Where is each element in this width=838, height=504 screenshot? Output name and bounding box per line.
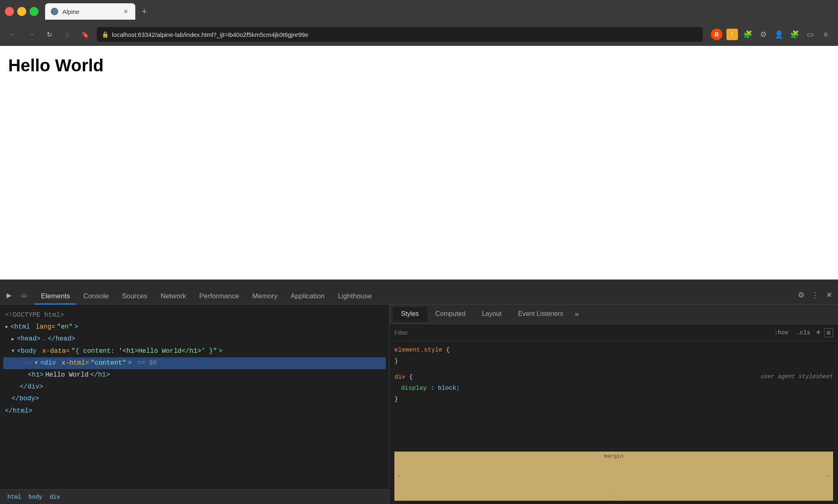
dom-body-close: </body> (3, 393, 386, 405)
tab-elements[interactable]: Elements (34, 289, 77, 304)
extensions-icon[interactable]: 🧩 (742, 29, 754, 40)
body-collapse-triangle[interactable]: ▼ (11, 347, 14, 355)
devtools-tabs: ▶ ▭ Elements Console Sources Network Per… (0, 280, 838, 304)
head-tag: <head> (17, 334, 41, 345)
minimize-traffic-light[interactable] (17, 7, 26, 16)
ellipsis-indicator: ··· (20, 358, 32, 369)
traffic-lights (5, 7, 39, 16)
browser-content: Hello World ▶ ▭ Elements Console Sources… (0, 46, 838, 504)
puzzle-icon[interactable]: 🧩 (789, 29, 800, 40)
filter-actions: :hov .cls + ⊞ (772, 328, 833, 337)
menu-button[interactable]: ≡ (820, 29, 831, 40)
display-property-line: display : block; (394, 383, 833, 394)
forward-button[interactable]: → (25, 28, 38, 41)
open-brace: { (446, 347, 450, 354)
styles-rules-content: element.style { } div { user agent style… (389, 341, 838, 448)
dom-panel: <!DOCTYPE html> ▼ <html lang= "en" > ▶ <… (0, 304, 389, 504)
styles-tabs: Styles Computed Layout Event Listeners » (389, 304, 838, 324)
box-model-margin-label: margin (604, 453, 624, 459)
head-ellipsis: … (42, 334, 46, 345)
selector-text: element.style (394, 347, 442, 354)
devtools-actions: ⚙ ⋮ ✕ (795, 289, 835, 304)
colon: : (430, 385, 438, 392)
browser-window: 🌐 Alpine ✕ + ← → ↻ ⌂ 🔖 🔒 localhost:63342… (0, 0, 838, 504)
close-traffic-light[interactable] (5, 7, 14, 16)
doctype-text: <!DOCTYPE html> (5, 310, 64, 321)
head-expand-triangle[interactable]: ▶ (11, 335, 14, 343)
devtools-more-button[interactable]: ⋮ (809, 289, 821, 301)
div-close-tag: </div> (20, 381, 43, 393)
toolbar-icons: B ! 🧩 ⚙ 👤 🧩 ▭ ≡ (711, 29, 831, 40)
tab-network[interactable]: Network (154, 289, 193, 304)
breadcrumb-html[interactable]: html (5, 493, 24, 501)
h1-tag-close: </h1> (90, 370, 110, 381)
maximize-traffic-light[interactable] (30, 7, 39, 16)
sidebar-icon[interactable]: ▭ (804, 29, 816, 40)
tab-sources[interactable]: Sources (115, 289, 154, 304)
home-button[interactable]: ⌂ (61, 28, 74, 41)
styles-tab-computed[interactable]: Computed (427, 307, 474, 322)
profile-icon[interactable]: 👤 (773, 29, 785, 40)
cls-filter-button[interactable]: .cls (794, 329, 813, 337)
tab-console[interactable]: Console (77, 289, 115, 304)
dom-div-selected[interactable]: ··· ▼ <div x-html= "content" > == $0 (3, 357, 386, 369)
styles-tab-styles[interactable]: Styles (393, 307, 427, 322)
inspect-element-button[interactable]: ▶ (3, 289, 15, 301)
tab-lighthouse[interactable]: Lighthouse (331, 289, 378, 304)
dom-tree: <!DOCTYPE html> ▼ <html lang= "en" > ▶ <… (0, 304, 389, 489)
html-lang-value: "en" (57, 322, 73, 333)
bookmark-button[interactable]: 🔖 (79, 28, 92, 41)
html-collapse-triangle[interactable]: ▼ (5, 323, 8, 331)
breadcrumb-div[interactable]: div (47, 493, 62, 501)
reload-button[interactable]: ↻ (43, 28, 56, 41)
div-useragent-rule: div { user agent stylesheet display : bl… (394, 372, 833, 405)
div-collapse-triangle[interactable]: ▼ (35, 359, 38, 367)
add-style-rule-button[interactable]: + (816, 328, 821, 337)
hov-filter-button[interactable]: :hov (772, 329, 791, 337)
warning-icon[interactable]: ! (726, 29, 738, 40)
address-bar-input-wrap[interactable]: 🔒 localhost:63342/alpine-lab/index.html?… (97, 27, 703, 42)
styles-filter-input[interactable] (394, 329, 769, 336)
devtools-settings-button[interactable]: ⚙ (795, 289, 807, 301)
dom-html-open: ▼ <html lang= "en" > (3, 321, 386, 333)
div-rule-selector-line: div { user agent stylesheet (394, 372, 833, 383)
dom-h1: <h1> Hello World </h1> (3, 369, 386, 381)
div-xhtml-value: "content" (91, 358, 126, 369)
tab-close-button[interactable]: ✕ (122, 8, 130, 15)
breadcrumb-body[interactable]: body (26, 493, 45, 501)
tab-title: Alpine (62, 8, 118, 15)
user-agent-stylesheet-label: user agent stylesheet (761, 372, 833, 382)
div-selector-text: div (394, 374, 405, 381)
div-dollar-zero: == $0 (133, 358, 157, 369)
tab-memory[interactable]: Memory (246, 289, 284, 304)
html-tag-open: <html (10, 322, 30, 333)
devtools-close-button[interactable]: ✕ (823, 289, 835, 301)
body-xdata-value: "{ content: '<h1>Hello World</h1>' }" (71, 346, 217, 357)
styles-tab-event-listeners[interactable]: Event Listeners (510, 307, 571, 322)
tab-bar: 🌐 Alpine ✕ + (45, 3, 833, 20)
h1-tag-open: <h1> (28, 370, 43, 381)
html-close-tag: </html> (5, 406, 32, 417)
div-close-brace: } (394, 394, 833, 405)
brave-icon[interactable]: B (711, 29, 722, 40)
body-tag-open: <body (17, 346, 36, 357)
toggle-element-state-button[interactable]: ⊞ (824, 328, 833, 337)
tab-performance[interactable]: Performance (193, 289, 246, 304)
new-tab-button[interactable]: + (137, 4, 152, 19)
element-style-close-brace: } (394, 356, 833, 367)
div-xhtml-attr: x-html= (57, 358, 89, 369)
back-button[interactable]: ← (7, 28, 20, 41)
settings-icon[interactable]: ⚙ (758, 29, 769, 40)
styles-tab-layout[interactable]: Layout (474, 307, 510, 322)
head-close-tag: </head> (48, 334, 75, 345)
styles-tabs-more[interactable]: » (572, 310, 582, 318)
box-model-margin-value-left: - (398, 473, 401, 479)
tab-application[interactable]: Application (284, 289, 331, 304)
dom-body-open: ▼ <body x-data= "{ content: '<h1>Hello W… (3, 345, 386, 357)
browser-tab[interactable]: 🌐 Alpine ✕ (45, 3, 135, 20)
element-style-selector: element.style { (394, 345, 833, 356)
device-toolbar-button[interactable]: ▭ (18, 289, 30, 301)
url-display: localhost:63342/alpine-lab/index.html?_i… (112, 31, 698, 38)
div-open-brace: { (409, 374, 413, 381)
prop-name: display (401, 385, 427, 392)
